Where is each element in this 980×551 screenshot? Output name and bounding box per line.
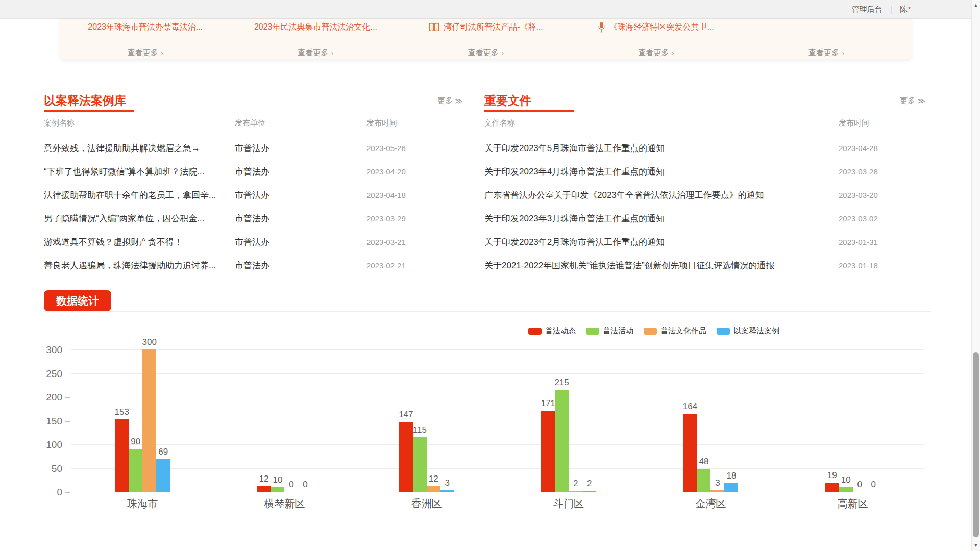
table-row[interactable]: 男子隐瞒情况“入编”两家单位，因公积金...市普法办2023-03-29: [44, 207, 463, 230]
bar-value-label: 3: [445, 478, 450, 488]
bar-普法活动: 115: [413, 437, 427, 492]
quick-link-title[interactable]: 2023年民法典集市普法法治文化...: [254, 21, 377, 33]
bar-以案释法案例: 18: [724, 483, 738, 492]
bar-value-label: 10: [273, 475, 283, 485]
page: 管理后台 ｜ 陈* 2023年珠海市普法办禁毒法治...查看更多›2023年民法…: [0, 0, 980, 551]
case-library-more-link[interactable]: 更多 ≫: [437, 96, 463, 106]
doc-name-cell[interactable]: 关于印发2023年4月珠海市普法工作重点的通知: [484, 166, 839, 178]
quick-link-column: 湾仔司法所普法产品-《释...查看更多›: [401, 19, 571, 59]
publish-date-cell: 2023-01-31: [839, 238, 925, 246]
table-row[interactable]: 关于印发2023年5月珠海市普法工作重点的通知2023-04-28: [484, 136, 925, 160]
y-axis-label: 0: [20, 487, 62, 498]
x-axis-label: 高新区: [838, 497, 868, 511]
case-name-cell[interactable]: 意外致残，法律援助助其解决燃眉之急→: [44, 142, 235, 154]
case-library-title: 以案释法案例库: [44, 93, 126, 109]
scroll-up-arrow-icon[interactable]: ▲: [972, 1, 980, 10]
doc-name-cell[interactable]: 广东省普法办公室关于印发《2023年全省普法依法治理工作要点》的通知: [484, 189, 839, 201]
table-row[interactable]: 法律援助帮助在职十余年的老员工，拿回辛...市普法办2023-04-18: [44, 183, 463, 207]
table-row[interactable]: 意外致残，法律援助助其解决燃眉之急→市普法办2023-05-26: [44, 136, 463, 160]
chart-plot-area: 1539030069珠海市121000横琴新区147115123香洲区17121…: [71, 350, 924, 492]
doc-name-cell[interactable]: 关于2021-2022年国家机关“谁执法谁普法”创新创先项目征集评选情况的通报: [484, 260, 839, 271]
bar-value-label: 10: [841, 475, 851, 485]
case-name-cell[interactable]: 法律援助帮助在职十余年的老员工，拿回辛...: [44, 189, 235, 201]
more-label: 更多: [900, 96, 915, 106]
bar-value-label: 90: [131, 437, 140, 447]
x-axis-label: 横琴新区: [264, 497, 305, 511]
bar-普法文化作品: 3: [710, 490, 724, 492]
quick-link-text: 2023年民法典集市普法法治文化...: [254, 22, 377, 33]
view-more-link[interactable]: 查看更多›: [808, 48, 844, 58]
view-more-link[interactable]: 查看更多›: [638, 48, 674, 58]
table-row[interactable]: 关于印发2023年2月珠海市普法工作重点的通知2023-01-31: [484, 230, 925, 254]
legend-item[interactable]: 普法文化作品: [644, 326, 706, 336]
chevron-right-icon: ›: [501, 48, 504, 58]
legend-label: 普法文化作品: [660, 326, 706, 336]
scrollbar-thumb[interactable]: [973, 352, 979, 537]
bar-value-label: 12: [429, 474, 438, 484]
table-row[interactable]: 广东省普法办公室关于印发《2023年全省普法依法治理工作要点》的通知2023-0…: [484, 183, 925, 207]
documents-more-link[interactable]: 更多 ≫: [900, 96, 925, 106]
quick-link-column: 《珠海经济特区突发公共卫...查看更多›: [571, 19, 742, 59]
publish-date-cell: 2023-04-20: [366, 167, 463, 176]
legend-swatch: [528, 328, 542, 335]
chart-legend: 普法动态普法活动普法文化作品以案释法案例: [528, 326, 779, 336]
chevron-right-icon: ›: [161, 48, 163, 58]
view-more-link[interactable]: 查看更多›: [468, 48, 504, 58]
doc-name-cell[interactable]: 关于印发2023年2月珠海市普法工作重点的通知: [484, 236, 839, 248]
legend-label: 以案释法案例: [733, 326, 779, 336]
axis-tick: [65, 397, 70, 398]
documents-rows: 关于印发2023年5月珠海市普法工作重点的通知2023-04-28关于印发202…: [484, 136, 925, 277]
col-header-publish-time: 发布时间: [839, 118, 925, 128]
quick-links-panel: 2023年珠海市普法办禁毒法治...查看更多›2023年民法典集市普法法治文化.…: [60, 19, 912, 59]
publish-date-cell: 2023-03-02: [839, 214, 925, 223]
bar-以案释法案例: 2: [582, 491, 596, 492]
doc-name-cell[interactable]: 关于印发2023年5月珠海市普法工作重点的通知: [484, 142, 839, 154]
vertical-scrollbar[interactable]: ▲ ▼: [971, 0, 980, 551]
bar-value-label: 12: [259, 474, 269, 484]
view-more-label: 查看更多: [298, 48, 328, 58]
legend-item[interactable]: 普法活动: [586, 326, 633, 336]
chevron-right-icon: ›: [842, 48, 844, 58]
col-header-case-name: 案例名称: [44, 118, 235, 128]
view-more-link[interactable]: 查看更多›: [298, 48, 333, 58]
bar-普法动态: 147: [399, 422, 413, 492]
case-name-cell[interactable]: 善良老人遇骗局，珠海法律援助助力追讨养...: [44, 260, 235, 271]
table-row[interactable]: 游戏道具不算钱？虚拟财产贪不得！市普法办2023-03-21: [44, 230, 463, 254]
bar-group: 17121522斗门区: [541, 350, 596, 492]
bar-value-label: 0: [289, 480, 293, 490]
doc-name-cell[interactable]: 关于印发2023年3月珠海市普法工作重点的通知: [484, 213, 839, 224]
bar-普法动态: 171: [541, 411, 555, 492]
legend-item[interactable]: 以案释法案例: [717, 326, 779, 336]
bar-value-label: 300: [142, 337, 156, 347]
case-name-cell[interactable]: 游戏道具不算钱？虚拟财产贪不得！: [44, 236, 235, 248]
case-name-cell[interactable]: 男子隐瞒情况“入编”两家单位，因公积金...: [44, 213, 235, 224]
table-row[interactable]: 关于2021-2022年国家机关“谁执法谁普法”创新创先项目征集评选情况的通报2…: [484, 254, 925, 277]
double-chevron-right-icon: ≫: [917, 96, 925, 106]
publish-unit-cell: 市普法办: [235, 189, 366, 201]
case-name-cell[interactable]: “下班了也得紧盯微信”算不算加班？法院...: [44, 166, 235, 178]
table-row[interactable]: 关于印发2023年4月珠海市普法工作重点的通知2023-03-28: [484, 160, 925, 183]
legend-item[interactable]: 普法动态: [528, 326, 576, 336]
table-row[interactable]: 善良老人遇骗局，珠海法律援助助力追讨养...市普法办2023-02-21: [44, 254, 463, 277]
bar-普法动态: 12: [257, 486, 271, 492]
y-axis-label: 300: [20, 344, 62, 356]
col-header-doc-name: 文件名称: [484, 118, 839, 128]
view-more-link[interactable]: 查看更多›: [128, 48, 163, 58]
y-axis-label: 100: [20, 439, 62, 450]
case-library-rows: 意外致残，法律援助助其解决燃眉之急→市普法办2023-05-26“下班了也得紧盯…: [44, 136, 463, 277]
title-underline: [44, 110, 134, 112]
bar-普法活动: 90: [129, 449, 142, 492]
axis-tick: [65, 469, 70, 469]
case-library-table-header: 案例名称 发布单位 发布时间: [44, 117, 463, 129]
table-row[interactable]: 关于印发2023年3月珠海市普法工作重点的通知2023-03-02: [484, 207, 925, 230]
user-menu[interactable]: 陈*: [900, 5, 911, 14]
table-row[interactable]: “下班了也得紧盯微信”算不算加班？法院...市普法办2023-04-20: [44, 160, 463, 183]
quick-link-title[interactable]: 湾仔司法所普法产品-《释...: [429, 21, 543, 33]
bar-普法文化作品: 2: [569, 491, 582, 492]
scroll-down-arrow-icon[interactable]: ▼: [972, 541, 980, 550]
quick-link-title[interactable]: 《珠海经济特区突发公共卫...: [598, 21, 714, 33]
legend-swatch: [586, 328, 599, 335]
bar-value-label: 0: [303, 480, 307, 490]
quick-link-title[interactable]: 2023年珠海市普法办禁毒法治...: [88, 21, 203, 33]
admin-backend-link[interactable]: 管理后台: [851, 5, 882, 14]
